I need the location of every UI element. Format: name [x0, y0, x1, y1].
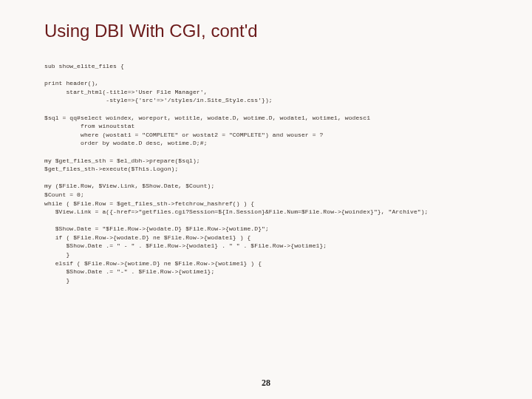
slide-title: Using DBI With CGI, cont'd: [44, 21, 497, 41]
code-block: sub show_elite_files { print header(), s…: [44, 62, 497, 284]
page-number: 28: [0, 378, 532, 389]
